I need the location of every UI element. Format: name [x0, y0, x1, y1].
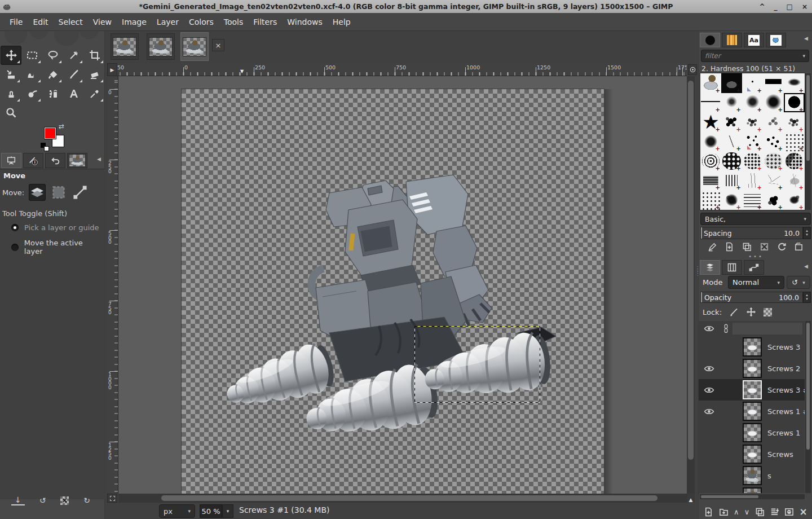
new-brush-button[interactable]	[725, 242, 734, 252]
delete-tool-preset-button[interactable]: ×	[60, 496, 69, 505]
layer-list-scrollbar-thumb[interactable]	[806, 323, 810, 450]
add-layer-mask-button[interactable]	[784, 507, 794, 517]
tool-fuzzy-select[interactable]	[63, 46, 84, 65]
close-image-button[interactable]: ×	[212, 39, 224, 51]
radio-move-active-layer[interactable]: Move the active layer	[0, 235, 105, 259]
brush-swatch[interactable]	[763, 190, 784, 210]
brush-swatch[interactable]	[784, 112, 805, 132]
lower-layer-button[interactable]: ∨	[744, 508, 750, 516]
brush-swatch[interactable]	[721, 73, 742, 93]
tab-image-thumbnail[interactable]	[67, 153, 87, 168]
zoom-value[interactable]: 50 %	[200, 504, 222, 518]
vertical-scrollbar[interactable]	[687, 76, 695, 494]
spacing-spinner[interactable]: ▴ ▾	[803, 227, 811, 239]
canvas-viewport[interactable]	[118, 76, 687, 494]
brush-swatch[interactable]	[763, 171, 784, 191]
brush-filter-input[interactable]	[701, 52, 802, 60]
brush-swatch[interactable]	[700, 132, 721, 152]
delete-brush-button[interactable]	[760, 242, 769, 252]
tool-transform[interactable]	[1, 65, 21, 84]
brush-swatch[interactable]	[784, 132, 805, 152]
tab-layers[interactable]	[700, 260, 720, 275]
brush-swatch-selected[interactable]	[784, 93, 805, 113]
brush-swatch[interactable]	[721, 112, 742, 132]
tool-zoom[interactable]	[1, 103, 21, 122]
tool-warp[interactable]	[21, 65, 42, 84]
mode-switch-button[interactable]: ↺ ▾	[787, 276, 810, 289]
tab-document-history[interactable]	[766, 33, 786, 47]
menu-file[interactable]: File	[5, 15, 28, 29]
move-layer-button[interactable]	[29, 184, 46, 201]
menu-edit[interactable]: Edit	[28, 15, 53, 29]
tool-move[interactable]	[1, 46, 21, 65]
foreground-color-swatch[interactable]	[44, 127, 56, 139]
tab-channels[interactable]	[722, 260, 742, 275]
brush-preset-dropdown[interactable]: Basic, ▾	[700, 213, 811, 225]
brush-swatch[interactable]	[784, 151, 805, 171]
layer-row[interactable]: Screws 2	[699, 358, 805, 379]
swap-colors-icon[interactable]: ⇄	[59, 122, 64, 130]
brush-swatch[interactable]	[763, 132, 784, 152]
open-brush-as-image-button[interactable]	[794, 242, 804, 252]
horizontal-scrollbar-thumb[interactable]	[161, 495, 657, 501]
new-layer-button[interactable]	[704, 507, 713, 517]
tool-rectangle-select[interactable]	[21, 46, 42, 65]
menu-tools[interactable]: Tools	[219, 15, 249, 29]
brush-swatch[interactable]	[763, 93, 784, 113]
vertical-ruler[interactable]: 0 250 500 750 1000 1250	[107, 76, 118, 494]
brush-swatch[interactable]: ★	[700, 112, 721, 132]
default-colors-icon[interactable]	[41, 143, 50, 152]
save-tool-preset-button[interactable]: ↓	[11, 495, 25, 505]
horizontal-scrollbar[interactable]	[118, 494, 687, 503]
tab-patterns[interactable]	[722, 33, 742, 47]
menu-image[interactable]: Image	[117, 15, 152, 29]
reset-tool-options-button[interactable]: ↻	[80, 496, 94, 505]
lock-alpha-button[interactable]	[764, 308, 772, 316]
layer-thumbnail[interactable]	[743, 337, 762, 357]
tool-text[interactable]	[63, 84, 84, 103]
brush-swatch[interactable]	[742, 190, 763, 210]
tool-clone[interactable]	[1, 84, 21, 103]
brush-swatch[interactable]	[763, 112, 784, 132]
brush-swatch[interactable]	[742, 132, 763, 152]
brush-swatch[interactable]	[763, 73, 784, 93]
radio-pick-layer[interactable]: Pick a layer or guide	[0, 220, 105, 235]
horizontal-ruler[interactable]: 50 0 250 500 750 1000 1250 1500 175 ▼	[117, 63, 687, 76]
raise-layer-button[interactable]: ∧	[734, 508, 739, 516]
layer-thumbnail[interactable]	[743, 359, 762, 378]
layer-visibility-toggle[interactable]	[699, 386, 719, 394]
tool-crop[interactable]	[84, 46, 105, 65]
close-button[interactable]: ×	[802, 3, 807, 10]
tab-paths[interactable]	[744, 260, 764, 275]
shade-button[interactable]: ^	[760, 3, 765, 10]
image-canvas[interactable]	[182, 89, 604, 494]
tab-tool-options[interactable]	[1, 153, 21, 168]
tool-airbrush[interactable]	[42, 84, 63, 103]
layer-row[interactable]: s	[699, 465, 805, 486]
merge-down-button[interactable]	[770, 507, 779, 517]
layer-link-icon[interactable]	[719, 324, 732, 333]
brush-swatch[interactable]	[700, 171, 721, 191]
layer-row[interactable]: Gemini_Gene	[699, 486, 805, 493]
duplicate-layer-button[interactable]	[755, 507, 765, 517]
brush-swatch[interactable]	[742, 93, 763, 113]
menu-colors[interactable]: Colors	[184, 15, 219, 29]
image-tab-2[interactable]	[147, 33, 175, 60]
image-tab-3-active[interactable]	[180, 32, 209, 61]
menu-view[interactable]: View	[88, 15, 117, 29]
menu-filters[interactable]: Filters	[248, 15, 282, 29]
brush-swatch[interactable]	[763, 151, 784, 171]
new-layer-group-button[interactable]	[719, 507, 729, 517]
ruler-corner-button[interactable]: ▶	[107, 63, 117, 76]
restore-tool-preset-button[interactable]: ↺	[36, 496, 50, 505]
menu-select[interactable]: Select	[54, 15, 88, 29]
maximize-button[interactable]: □	[787, 3, 793, 10]
layer-row-partial[interactable]	[699, 321, 805, 336]
layer-thumbnail[interactable]	[743, 445, 762, 464]
brush-grid-scrollbar[interactable]	[805, 73, 811, 210]
tool-free-select[interactable]	[42, 46, 63, 65]
brush-swatch[interactable]	[742, 151, 763, 171]
move-selection-button[interactable]	[50, 184, 67, 201]
brush-swatch[interactable]	[721, 190, 742, 210]
brush-swatch[interactable]	[700, 73, 721, 93]
